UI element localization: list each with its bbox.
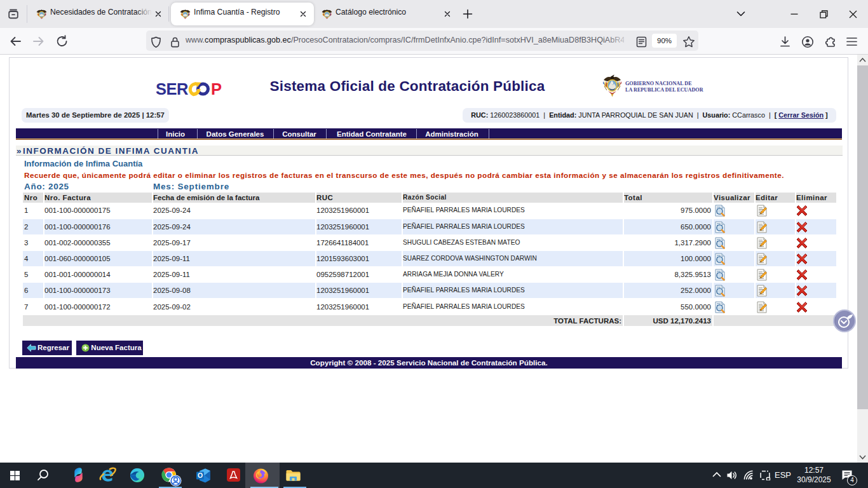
svg-text:O: O [198,471,203,479]
svg-text:P: P [211,81,222,97]
svg-text:SER: SER [156,81,188,97]
